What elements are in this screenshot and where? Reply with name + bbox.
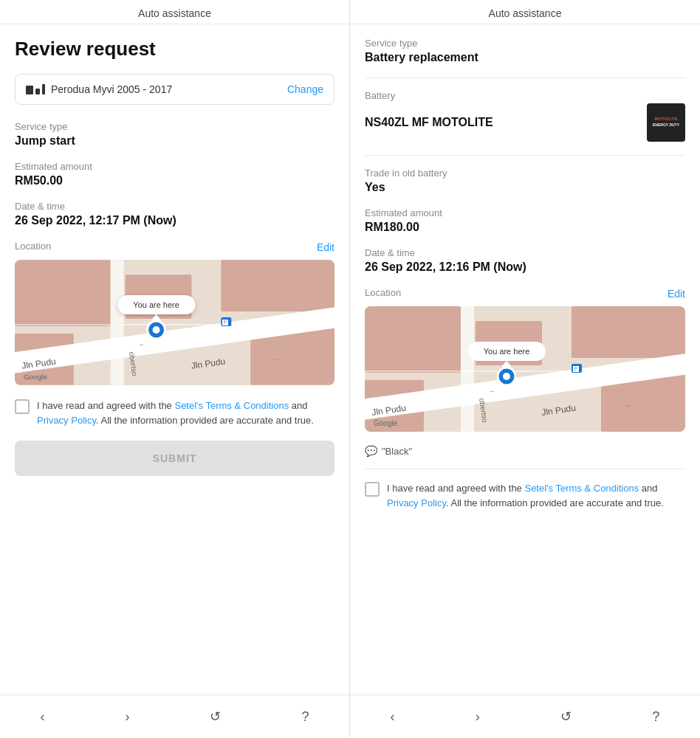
car-selector: Perodua Myvi 2005 - 2017 Change [15, 74, 334, 105]
terms-checkbox-row: I have read and agreed with the Setel's … [15, 399, 334, 427]
right-content: Service type Battery replacement Battery… [350, 24, 700, 694]
right-trade-in-value: Yes [365, 181, 685, 194]
terms-text: I have read and agreed with the Setel's … [37, 399, 334, 427]
right-terms-text: I have read and agreed with the Setel's … [387, 481, 685, 510]
right-service-type-group: Service type Battery replacement [365, 38, 685, 64]
svg-point-36 [503, 373, 510, 380]
back-button[interactable]: ‹ [31, 706, 53, 728]
map-right: You are here Jln Pudu Jln Pudu obertso G… [365, 306, 685, 432]
svg-text:Google: Google [24, 373, 48, 381]
right-date-time-label: Date & time [365, 247, 685, 258]
change-button[interactable]: Change [287, 83, 323, 95]
svg-rect-26 [572, 306, 685, 358]
left-content: Review request Perodua Myvi 2005 - 2017 … [0, 24, 349, 694]
service-type-group: Service type Jump start [15, 121, 334, 148]
right-service-type-label: Service type [365, 38, 685, 49]
car-label: Perodua Myvi 2005 - 2017 [51, 83, 172, 95]
right-date-time-group: Date & time 26 Sep 2022, 12:16 PM (Now) [365, 247, 685, 274]
estimated-amount-value: RM50.00 [15, 174, 334, 187]
right-help-button[interactable]: ? [643, 706, 668, 728]
svg-rect-24 [365, 306, 461, 373]
right-edit-location-button[interactable]: Edit [668, 288, 685, 300]
terms-checkbox[interactable] [15, 399, 30, 414]
svg-text:Google: Google [374, 419, 398, 427]
battery-row: NS40ZL MF MOTOLITE MOTOLITEENERGY DUTY [365, 103, 685, 142]
right-header: Auto assistance [350, 0, 700, 24]
car-bar-1 [26, 86, 33, 94]
right-date-time-value: 26 Sep 2022, 12:16 PM (Now) [365, 261, 685, 274]
date-time-label: Date & time [15, 201, 334, 212]
comment-text: "Black" [382, 446, 412, 457]
right-terms-link[interactable]: Setel's Terms & Conditions [524, 483, 639, 494]
right-trade-in-label: Trade in old battery [365, 168, 685, 179]
battery-image: MOTOLITEENERGY DUTY [647, 103, 685, 142]
left-header: Auto assistance [0, 0, 349, 24]
privacy-link[interactable]: Privacy Policy [37, 415, 96, 426]
svg-text:→: → [623, 401, 631, 410]
right-battery-group: Battery NS40ZL MF MOTOLITE MOTOLITEENERG… [365, 90, 685, 142]
svg-rect-1 [15, 260, 111, 326]
right-location-header: Location Edit [365, 287, 685, 300]
location-header: Location Edit [15, 241, 334, 254]
svg-rect-8 [111, 260, 124, 385]
service-type-value: Jump start [15, 134, 334, 148]
right-location-label: Location [365, 287, 401, 298]
right-bottom-nav: ‹ › ↺ ? [350, 694, 700, 738]
help-button[interactable]: ? [292, 706, 318, 728]
right-estimated-amount-value: RM180.00 [365, 221, 685, 234]
svg-text:←: ← [139, 340, 146, 348]
car-icon [26, 84, 45, 94]
car-bar-2 [35, 89, 40, 94]
right-service-type-value: Battery replacement [365, 51, 685, 64]
location-label: Location [15, 241, 51, 252]
right-battery-label: Battery [365, 90, 685, 101]
divider-1 [365, 77, 685, 78]
map-left: You are here Jln Pudu Jln Pudu obertso G… [15, 260, 334, 385]
terms-link[interactable]: Setel's Terms & Conditions [174, 400, 289, 411]
right-estimated-amount-label: Estimated amount [365, 207, 685, 218]
svg-text:You are here: You are here [484, 347, 530, 356]
refresh-button[interactable]: ↺ [201, 706, 230, 728]
right-battery-value: NS40ZL MF MOTOLITE [365, 116, 493, 129]
right-terms-checkbox-row: I have read and agreed with the Setel's … [365, 481, 685, 510]
svg-rect-3 [221, 260, 334, 311]
right-back-button[interactable]: ‹ [382, 706, 404, 728]
svg-text:You are here: You are here [133, 300, 179, 309]
right-refresh-button[interactable]: ↺ [552, 706, 580, 728]
svg-text:🅿: 🅿 [222, 320, 228, 326]
comment-icon: 💬 [365, 445, 377, 457]
estimated-amount-group: Estimated amount RM50.00 [15, 161, 334, 187]
svg-rect-30 [461, 306, 474, 432]
right-estimated-amount-group: Estimated amount RM180.00 [365, 207, 685, 234]
divider-3 [365, 469, 685, 469]
svg-point-14 [153, 326, 160, 334]
right-terms-checkbox[interactable] [365, 482, 380, 497]
date-time-value: 26 Sep 2022, 12:17 PM (Now) [15, 214, 334, 227]
date-time-group: Date & time 26 Sep 2022, 12:17 PM (Now) [15, 201, 334, 227]
right-forward-button[interactable]: › [467, 706, 489, 728]
comment-row: 💬 "Black" [365, 445, 685, 457]
edit-location-button[interactable]: Edit [317, 241, 334, 253]
left-bottom-nav: ‹ › ↺ ? [0, 694, 349, 738]
svg-text:←: ← [489, 387, 496, 395]
svg-text:🅿: 🅿 [573, 366, 579, 373]
service-type-label: Service type [15, 121, 334, 132]
estimated-amount-label: Estimated amount [15, 161, 334, 172]
right-panel: Auto assistance Service type Battery rep… [350, 0, 700, 738]
page-title: Review request [15, 38, 334, 61]
submit-button[interactable]: SUBMIT [15, 441, 334, 476]
car-selector-left: Perodua Myvi 2005 - 2017 [26, 83, 172, 95]
left-panel: Auto assistance Review request Perodua M… [0, 0, 350, 738]
divider-2 [365, 155, 685, 156]
car-bar-3 [42, 84, 45, 94]
forward-button[interactable]: › [116, 706, 138, 728]
svg-text:→: → [272, 355, 280, 363]
right-privacy-link[interactable]: Privacy Policy [387, 497, 446, 508]
right-trade-in-group: Trade in old battery Yes [365, 168, 685, 194]
